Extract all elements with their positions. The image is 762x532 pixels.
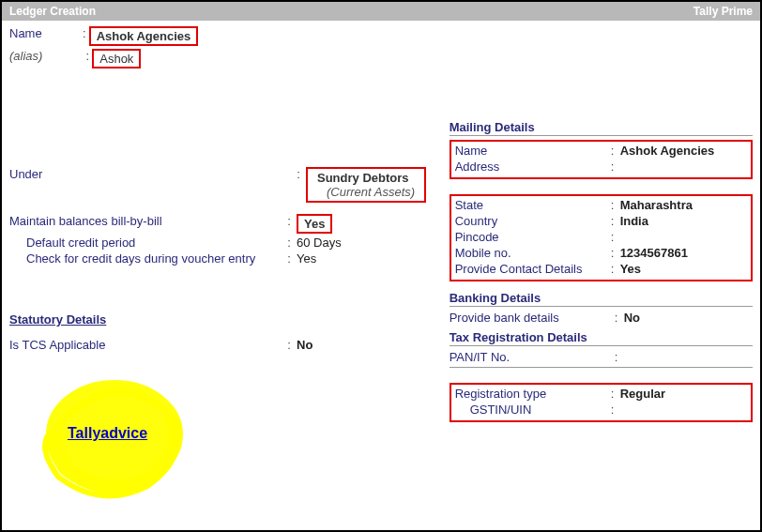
title-bar: Ledger Creation Tally Prime	[2, 2, 760, 21]
mailing-name-box: Name : Ashok Agencies Address :	[450, 140, 753, 179]
mailing-loc-box: State : Maharashtra Country : India Pinc…	[450, 194, 753, 281]
under-group-box[interactable]: Sundry Debtors (Current Assets)	[306, 167, 426, 203]
title-left: Ledger Creation	[9, 5, 96, 18]
statutory-heading: Statutory Details	[9, 312, 434, 327]
state-input[interactable]: Maharashtra	[620, 198, 693, 212]
country-input[interactable]: India	[620, 214, 648, 228]
mobile-label: Mobile no.	[455, 246, 605, 260]
bank-input[interactable]: No	[624, 311, 640, 325]
banking-heading: Banking Details	[450, 291, 753, 307]
tax-heading: Tax Registration Details	[450, 330, 753, 346]
bank-label: Provide bank details	[450, 311, 609, 325]
mbb-input[interactable]: Yes	[297, 214, 332, 234]
credit-period-input[interactable]: 60 Days	[297, 236, 342, 250]
title-right: Tally Prime	[693, 5, 753, 18]
credit-check-label: Check for credit days during voucher ent…	[26, 251, 282, 266]
gstin-label: GSTIN/UIN	[470, 403, 605, 417]
mailing-heading: Mailing Details	[450, 120, 753, 136]
name-label: Name	[9, 26, 80, 46]
registration-box: Registration type : Regular GSTIN/UIN :	[450, 383, 753, 422]
pan-label: PAN/IT No.	[450, 350, 609, 364]
country-label: Country	[455, 214, 605, 228]
credit-check-input[interactable]: Yes	[297, 251, 316, 266]
contact-input[interactable]: Yes	[620, 262, 641, 276]
mail-name-label: Name	[455, 144, 605, 158]
regtype-input[interactable]: Regular	[620, 387, 665, 401]
pincode-label: Pincode	[455, 230, 605, 244]
watermark-link[interactable]: Tallyadvice	[68, 425, 147, 442]
contact-label: Provide Contact Details	[455, 262, 605, 276]
address-label: Address	[455, 160, 605, 174]
name-input[interactable]: Ashok Agencies	[89, 26, 199, 46]
tcs-label: Is TCS Applicable	[9, 338, 282, 352]
mbb-label: Maintain balances bill-by-bill	[9, 214, 282, 228]
state-label: State	[455, 198, 605, 212]
mail-name-input[interactable]: Ashok Agencies	[620, 144, 715, 158]
watermark-scribble: Tallyadvice	[30, 359, 199, 509]
credit-period-label: Default credit period	[26, 236, 282, 250]
mobile-input[interactable]: 1234567861	[620, 246, 688, 260]
under-group: (Current Assets)	[317, 185, 415, 199]
colon: :	[83, 26, 86, 46]
alias-label: (alias)	[9, 49, 80, 68]
alias-input[interactable]: Ashok	[92, 49, 141, 68]
regtype-label: Registration type	[455, 387, 605, 401]
under-value: Sundry Debtors	[317, 171, 409, 185]
under-label: Under	[9, 167, 291, 181]
tcs-input[interactable]: No	[297, 338, 312, 352]
